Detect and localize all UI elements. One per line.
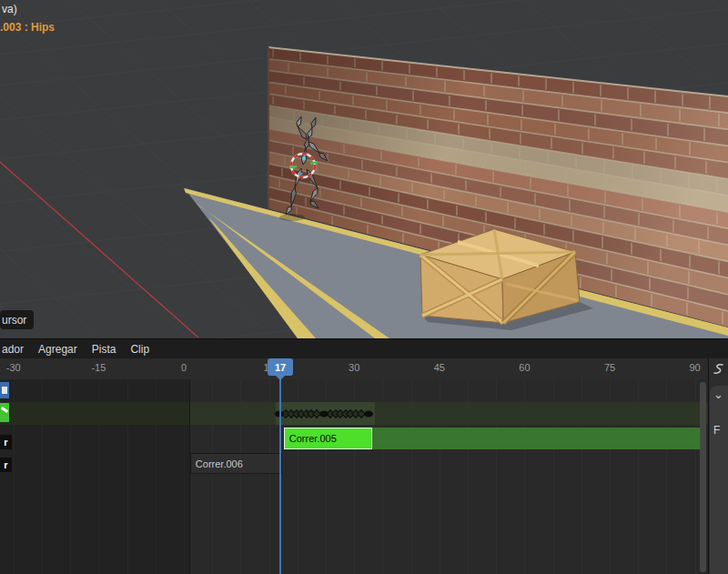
panel-title-cut: F (713, 424, 720, 437)
ruler-tick: 30 (349, 362, 359, 373)
ruler-tick: 75 (604, 362, 615, 373)
ruler-tick: -30 (6, 362, 21, 373)
viewport-header-text: va) (2, 3, 17, 15)
menu-marcador[interactable]: ador (2, 343, 24, 356)
viewport-scene (0, 0, 728, 338)
ruler-tick: -15 (91, 362, 106, 373)
keyframe-cluster[interactable] (319, 411, 329, 418)
viewport-3d[interactable]: va) .003 : Hips ursor (0, 0, 728, 338)
menu-pista[interactable]: Pista (92, 343, 116, 356)
chevron-down-icon[interactable]: ⌄ (713, 388, 723, 401)
strip-start-line (189, 379, 190, 574)
blender-window: va) .003 : Hips ursor ador Agregar Pista… (0, 0, 728, 574)
vertical-scrollbar[interactable] (700, 382, 706, 572)
before-start-shading (0, 379, 189, 574)
nla-track-area[interactable]: Correr.005 Correr.006 r r (0, 379, 708, 574)
ruler-tick: 45 (434, 362, 445, 373)
channel-fragment-action[interactable] (0, 403, 9, 422)
menu-agregar[interactable]: Agregar (38, 343, 77, 356)
nla-strip-correr-005[interactable]: Correr.005 (284, 428, 372, 449)
channel-fragment-object[interactable] (0, 382, 9, 398)
timeline-ruler[interactable]: -30-150153045607590 (0, 358, 708, 380)
ruler-tick: 0 (181, 362, 187, 373)
nla-strip-correr-006[interactable]: Correr.006 (190, 453, 282, 474)
nla-menu-bar: ador Agregar Pista Clip (0, 338, 728, 358)
channel-fragment-track2[interactable]: r (0, 458, 12, 472)
strip-label: Correr.005 (289, 433, 337, 444)
cursor-tooltip: ursor (0, 310, 34, 329)
ruler-tick: 90 (689, 362, 700, 373)
snapping-icon[interactable] (711, 362, 725, 377)
active-bone-label: .003 : Hips (0, 21, 55, 34)
strip-label: Correr.006 (196, 458, 243, 469)
keyframe-cluster[interactable] (364, 411, 373, 418)
menu-clip[interactable]: Clip (130, 343, 149, 356)
ruler-tick: 60 (519, 362, 530, 373)
playhead[interactable]: 17 (268, 358, 293, 376)
channel-fragment-track1[interactable]: r (0, 435, 12, 449)
strip-hold-extension[interactable] (372, 428, 701, 449)
sidebar-panel: ⌄ F (710, 386, 728, 574)
playhead-line (279, 377, 281, 574)
